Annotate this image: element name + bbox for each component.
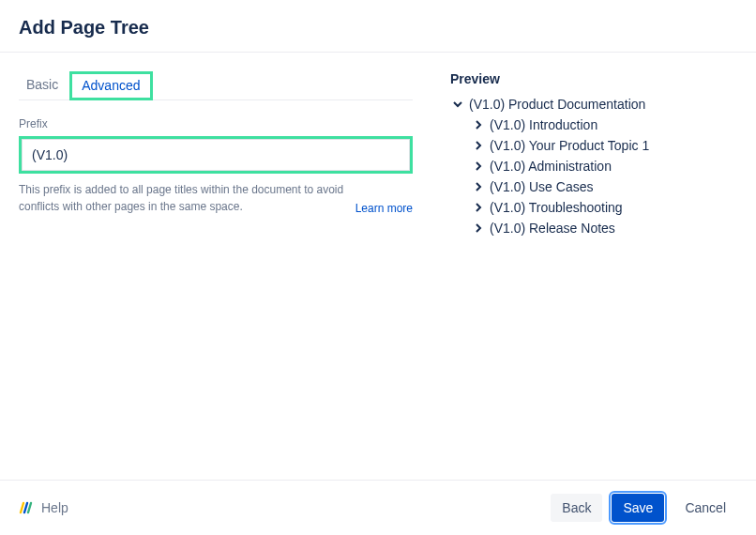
- chevron-right-icon: [471, 159, 486, 174]
- prefix-help-text: This prefix is added to all page titles …: [19, 181, 344, 215]
- tree-root[interactable]: (V1.0) Product Documentation: [450, 94, 737, 115]
- tree-item[interactable]: (V1.0) Administration: [471, 156, 737, 176]
- help-label: Help: [41, 500, 68, 515]
- tree-item-label: (V1.0) Administration: [490, 159, 612, 174]
- tab-advanced[interactable]: Advanced: [69, 71, 152, 100]
- chevron-right-icon: [471, 138, 486, 153]
- page-title: Add Page Tree: [19, 17, 737, 38]
- prefix-input-highlight: [19, 136, 413, 174]
- tree-item-label: (V1.0) Troubleshooting: [490, 200, 623, 215]
- dialog-content: Basic Advanced Prefix This prefix is add…: [0, 53, 756, 480]
- back-button[interactable]: Back: [551, 494, 602, 522]
- help-row: This prefix is added to all page titles …: [19, 181, 413, 215]
- tabs: Basic Advanced: [19, 71, 413, 100]
- tree-item-label: (V1.0) Release Notes: [490, 221, 615, 236]
- dialog-footer: Help Back Save Cancel: [0, 480, 756, 535]
- chevron-right-icon: [471, 179, 486, 194]
- help-icon: [19, 499, 34, 517]
- prefix-input[interactable]: [22, 139, 410, 171]
- prefix-label: Prefix: [19, 117, 413, 130]
- tree-root-label: (V1.0) Product Documentation: [469, 97, 645, 112]
- chevron-right-icon: [471, 200, 486, 215]
- tree: (V1.0) Product Documentation (V1.0) Intr…: [450, 94, 737, 238]
- preview-heading: Preview: [450, 71, 737, 86]
- tree-item[interactable]: (V1.0) Use Cases: [471, 176, 737, 197]
- tree-item[interactable]: (V1.0) Introduction: [471, 115, 737, 135]
- tree-children: (V1.0) Introduction (V1.0) Your Product …: [471, 115, 737, 238]
- cancel-button[interactable]: Cancel: [673, 494, 737, 522]
- save-button[interactable]: Save: [612, 494, 664, 522]
- chevron-right-icon: [471, 117, 486, 132]
- tree-item[interactable]: (V1.0) Troubleshooting: [471, 197, 737, 218]
- chevron-right-icon: [471, 221, 486, 236]
- help-link[interactable]: Help: [19, 499, 68, 517]
- dialog-header: Add Page Tree: [0, 0, 756, 53]
- preview-column: Preview (V1.0) Product Documentation (V1…: [450, 71, 737, 480]
- tree-item-label: (V1.0) Introduction: [490, 117, 597, 132]
- tree-item[interactable]: (V1.0) Your Product Topic 1: [471, 135, 737, 156]
- footer-actions: Back Save Cancel: [551, 494, 737, 522]
- chevron-down-icon: [450, 97, 465, 112]
- learn-more-link[interactable]: Learn more: [355, 202, 413, 215]
- tree-item[interactable]: (V1.0) Release Notes: [471, 218, 737, 238]
- tree-item-label: (V1.0) Use Cases: [490, 179, 593, 194]
- form-column: Basic Advanced Prefix This prefix is add…: [19, 71, 413, 480]
- tree-item-label: (V1.0) Your Product Topic 1: [490, 138, 649, 153]
- tab-basic[interactable]: Basic: [19, 71, 66, 99]
